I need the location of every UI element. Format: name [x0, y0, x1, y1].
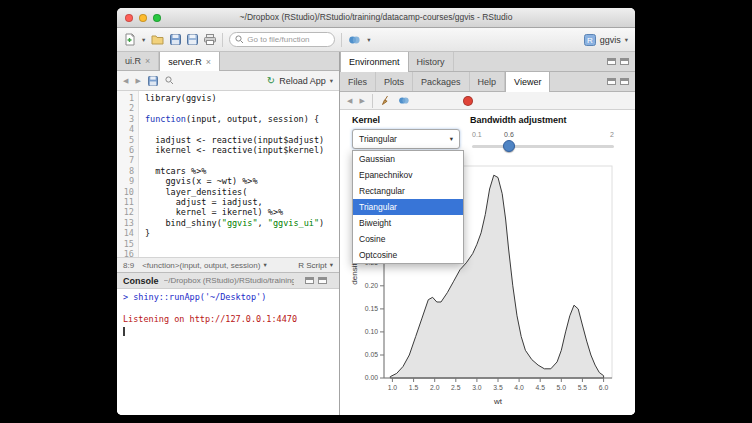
kernel-option-cosine[interactable]: Cosine	[353, 231, 463, 247]
project-cube-icon: R	[584, 34, 596, 46]
shiny-app-viewer: Kernel Triangular ▾ GaussianEpanechnikov…	[340, 110, 635, 415]
source-console-column: ui.R×server.R× ◀ ▶ ↻ Reload App ▾ 123456	[117, 52, 340, 415]
kernel-option-rectangular[interactable]: Rectangular	[353, 183, 463, 199]
goto-file-function-input[interactable]: Go to file/function	[229, 32, 335, 47]
save-icon[interactable]	[148, 76, 158, 86]
stop-app-button[interactable]	[463, 96, 473, 106]
editor-tab-ui-r[interactable]: ui.R×	[117, 52, 159, 70]
new-file-caret-icon[interactable]: ▾	[142, 36, 145, 44]
bandwidth-slider[interactable]: 0.1 0.6 2	[472, 128, 614, 158]
file-type-label: R Script	[298, 261, 326, 270]
console-title: Console	[123, 276, 159, 286]
close-tab-icon[interactable]: ×	[206, 57, 211, 67]
publish-caret-icon[interactable]: ▾	[367, 36, 370, 44]
pane-tab-viewer[interactable]: Viewer	[505, 72, 550, 92]
zoom-window-icon[interactable]	[153, 14, 161, 22]
pane-tab-environment[interactable]: Environment	[340, 52, 409, 72]
scope-caret-icon: ▾	[263, 261, 266, 269]
minimize-pane-icon[interactable]	[607, 78, 616, 85]
pane-tab-packages[interactable]: Packages	[413, 72, 470, 91]
kernel-option-triangular[interactable]: Triangular	[353, 199, 463, 215]
scope-label: <function>(input, output, session)	[142, 261, 260, 270]
line-number: 16	[117, 249, 134, 257]
tab-label: Viewer	[514, 77, 541, 87]
kernel-option-epanechnikov[interactable]: Epanechnikov	[353, 167, 463, 183]
svg-text:wt: wt	[493, 397, 503, 406]
line-number: 5	[117, 135, 134, 145]
clear-viewer-broom-icon[interactable]	[380, 95, 391, 106]
code-line: bind_shiny("ggvis", "ggvis_ui")	[145, 218, 339, 228]
svg-text:0.10: 0.10	[365, 328, 378, 335]
console-output[interactable]: > shiny::runApp('~/Desktop') Listening o…	[117, 289, 339, 415]
console-header[interactable]: Console ~/Dropbox (RStudio)/RStudio/trai…	[117, 272, 339, 289]
publish-icon[interactable]	[348, 34, 361, 46]
console-line: Listening on http://127.0.0.1:4470	[123, 314, 333, 325]
svg-text:2.0: 2.0	[430, 384, 440, 391]
slider-track[interactable]	[472, 145, 614, 148]
line-number: 10	[117, 187, 134, 197]
toolbar-divider	[372, 94, 373, 108]
close-window-icon[interactable]	[125, 14, 133, 22]
svg-text:4.5: 4.5	[535, 384, 545, 391]
kernel-label: Kernel	[352, 115, 380, 125]
pane-tab-help[interactable]: Help	[470, 72, 506, 91]
maximize-pane-icon[interactable]	[318, 277, 327, 284]
minimize-pane-icon[interactable]	[305, 277, 314, 284]
editor-tab-server-r[interactable]: server.R×	[159, 52, 220, 71]
back-icon[interactable]: ◀	[123, 77, 128, 85]
save-all-icon[interactable]	[187, 34, 198, 45]
environment-pane-tabbar: EnvironmentHistory	[340, 52, 635, 72]
tab-label: Help	[478, 77, 497, 87]
line-number: 2	[117, 103, 134, 113]
kernel-option-biweight[interactable]: Biweight	[353, 215, 463, 231]
code-line	[145, 124, 339, 134]
print-icon[interactable]	[204, 34, 216, 45]
open-folder-icon[interactable]	[151, 34, 164, 45]
pane-tab-files[interactable]: Files	[340, 72, 376, 91]
svg-text:1.5: 1.5	[409, 384, 419, 391]
reload-app-button[interactable]: ↻ Reload App ▾	[267, 76, 333, 86]
reload-caret-icon[interactable]: ▾	[330, 77, 333, 85]
scope-selector[interactable]: <function>(input, output, session) ▾	[142, 261, 267, 270]
svg-text:0.15: 0.15	[365, 305, 378, 312]
code-text[interactable]: library(ggvis) function(input, output, s…	[139, 91, 339, 257]
console-line	[123, 303, 333, 314]
line-number: 15	[117, 239, 134, 249]
file-type-selector[interactable]: R Script ▾	[298, 261, 333, 270]
goto-placeholder: Go to file/function	[247, 35, 309, 44]
line-number: 6	[117, 145, 134, 155]
pane-tab-plots[interactable]: Plots	[376, 72, 413, 91]
project-menu-button[interactable]: R ggvis ▾	[584, 34, 628, 46]
kernel-select[interactable]: Triangular ▾	[352, 129, 460, 149]
titlebar[interactable]: ~/Dropbox (RStudio)/RStudio/training/dat…	[117, 8, 635, 28]
toolbar-divider	[341, 33, 342, 47]
slider-handle[interactable]	[503, 140, 515, 152]
save-icon[interactable]	[170, 34, 181, 45]
find-icon[interactable]	[165, 76, 174, 85]
project-caret-icon: ▾	[625, 36, 628, 44]
maximize-pane-icon[interactable]	[620, 78, 629, 85]
svg-text:3.0: 3.0	[472, 384, 482, 391]
pane-tab-history[interactable]: History	[409, 52, 454, 71]
editor-toolbar: ◀ ▶ ↻ Reload App ▾	[117, 71, 339, 91]
forward-icon[interactable]: ▶	[359, 97, 364, 105]
new-file-icon[interactable]	[124, 33, 136, 46]
line-number: 11	[117, 197, 134, 207]
code-editor[interactable]: 12345678910111213141516 library(ggvis) f…	[117, 91, 339, 257]
line-number: 14	[117, 228, 134, 238]
close-tab-icon[interactable]: ×	[145, 56, 150, 66]
publish-icon[interactable]	[398, 95, 410, 106]
minimize-pane-icon[interactable]	[607, 58, 616, 65]
kernel-option-optcosine[interactable]: Optcosine	[353, 247, 463, 263]
code-line	[145, 249, 339, 257]
console-line: > shiny::runApp('~/Desktop')	[123, 292, 333, 303]
minimize-window-icon[interactable]	[139, 14, 147, 22]
tab-label: Plots	[384, 77, 404, 87]
svg-text:R: R	[587, 36, 593, 45]
maximize-pane-icon[interactable]	[620, 58, 629, 65]
line-number: 3	[117, 114, 134, 124]
kernel-option-gaussian[interactable]: Gaussian	[353, 151, 463, 167]
forward-icon[interactable]: ▶	[135, 77, 140, 85]
tab-label: server.R	[168, 57, 202, 67]
back-icon[interactable]: ◀	[347, 97, 352, 105]
